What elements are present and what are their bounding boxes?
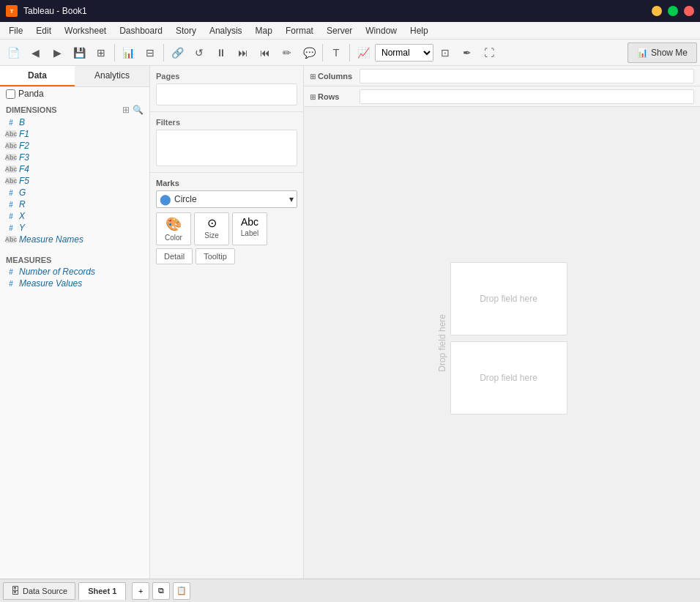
marks-type-label: Circle — [174, 194, 197, 204]
fit-button[interactable]: ⊡ — [435, 42, 455, 63]
tooltip-button[interactable]: Tooltip — [196, 248, 235, 264]
main-layout: Data Analytics Panda Dimensions ⊞ 🔍 # B … — [0, 66, 700, 579]
shelf-panel: Pages Filters Marks ⬤ Circle — [150, 66, 304, 579]
save-button[interactable]: 💾 — [69, 42, 89, 63]
detail-button[interactable]: Detail — [156, 248, 193, 264]
field-F3[interactable]: Abc F3 — [0, 152, 149, 163]
menu-window[interactable]: Window — [360, 24, 403, 37]
drop-text-bottom: Drop field here — [480, 373, 537, 383]
bottom-icons: + ⧉ 📋 — [132, 582, 190, 600]
chart-button[interactable]: 📈 — [353, 42, 373, 63]
columns-content[interactable] — [360, 69, 694, 83]
chevron-down-icon: ▾ — [289, 194, 294, 204]
field-X[interactable]: # X — [0, 210, 149, 222]
field-B[interactable]: # B — [0, 116, 149, 128]
duplicate-sheet-button[interactable]: ⧉ — [152, 582, 170, 600]
menu-bar: File Edit Worksheet Dashboard Story Anal… — [0, 22, 700, 40]
marks-type-dropdown[interactable]: ⬤ Circle ▾ — [156, 190, 297, 208]
marks-card: Marks ⬤ Circle ▾ 🎨 Color — [150, 173, 303, 270]
refresh-button[interactable]: ↺ — [189, 42, 209, 63]
label-button[interactable]: Abc Label — [232, 212, 267, 245]
sep3 — [322, 44, 323, 62]
hash-icon-R: # — [6, 201, 16, 208]
field-G[interactable]: # G — [0, 187, 149, 198]
pen-button[interactable]: ✒ — [457, 42, 477, 63]
rows-shelf: ⊞ Rows — [304, 86, 700, 107]
abc-icon-F3: Abc — [6, 154, 16, 161]
size-icon: ⊙ — [207, 216, 217, 230]
pause-button[interactable]: ⏸ — [211, 42, 231, 63]
menu-file[interactable]: File — [3, 24, 29, 37]
field-Y[interactable]: # Y — [0, 222, 149, 234]
minimize-button[interactable] — [652, 6, 662, 16]
tooltip-button[interactable]: 💬 — [299, 42, 319, 63]
show-me-button[interactable]: 📊 Show Me — [628, 42, 697, 63]
close-button[interactable] — [684, 6, 694, 16]
rows-label: ⊞ Rows — [310, 92, 354, 101]
menu-story[interactable]: Story — [170, 24, 202, 37]
app-icon: T — [6, 5, 18, 17]
grid-icon[interactable]: ⊞ — [122, 105, 130, 115]
search-icon[interactable]: 🔍 — [133, 105, 144, 115]
menu-analysis[interactable]: Analysis — [204, 24, 248, 37]
tab-data[interactable]: Data — [0, 66, 75, 86]
hash-icon-G: # — [6, 189, 16, 196]
toolbar: 📄 ◀ ▶ 💾 ⊞ 📊 ⊟ 🔗 ↺ ⏸ ⏭ ⏮ ✏ 💬 T 📈 Normal ⊡… — [0, 40, 700, 66]
add-button[interactable]: ⊞ — [91, 42, 111, 63]
data-source-label: Data Source — [23, 587, 67, 595]
field-F5[interactable]: Abc F5 — [0, 175, 149, 187]
prev-button[interactable]: ⏮ — [255, 42, 275, 63]
highlight-button[interactable]: ✏ — [277, 42, 297, 63]
tab-analytics[interactable]: Analytics — [75, 66, 149, 86]
back-button[interactable]: ◀ — [25, 42, 45, 63]
dimensions-label: Dimensions — [6, 105, 57, 114]
datasource-checkbox[interactable] — [6, 89, 15, 99]
data-source-tab[interactable]: 🗄 Data Source — [3, 582, 75, 600]
dimensions-header: Dimensions ⊞ 🔍 — [0, 100, 149, 116]
panel-tabs: Data Analytics — [0, 66, 149, 87]
size-button[interactable]: ⊙ Size — [194, 212, 229, 245]
drop-field-label: Drop field here — [437, 314, 447, 372]
drop-box-bottom[interactable]: Drop field here — [450, 341, 567, 415]
pages-section: Pages — [150, 66, 303, 112]
marks-buttons2: Detail Tooltip — [156, 248, 297, 264]
add-sheet-button[interactable]: + — [132, 582, 149, 600]
menu-edit[interactable]: Edit — [30, 24, 57, 37]
forward-button[interactable]: ▶ — [47, 42, 67, 63]
field-F2[interactable]: Abc F2 — [0, 140, 149, 152]
pages-label: Pages — [156, 72, 297, 81]
field-measure-names[interactable]: Abc Measure Names — [0, 234, 149, 245]
normal-dropdown[interactable]: Normal — [375, 44, 433, 62]
filters-shelf[interactable] — [156, 130, 297, 166]
menu-server[interactable]: Server — [321, 24, 358, 37]
menu-worksheet[interactable]: Worksheet — [59, 24, 112, 37]
fullscreen-button[interactable]: ⛶ — [479, 42, 499, 63]
color-button[interactable]: 🎨 Color — [156, 212, 191, 245]
field-F4[interactable]: Abc F4 — [0, 163, 149, 175]
view-button[interactable]: 📊 — [118, 42, 138, 63]
sheet1-tab[interactable]: Sheet 1 — [78, 582, 126, 600]
right-content: Pages Filters Marks ⬤ Circle — [150, 66, 700, 579]
menu-format[interactable]: Format — [280, 24, 319, 37]
pages-shelf[interactable] — [156, 83, 297, 105]
field-R[interactable]: # R — [0, 198, 149, 210]
table-button[interactable]: ⊟ — [140, 42, 160, 63]
abc-icon-measure-names: Abc — [6, 236, 16, 243]
text-button[interactable]: T — [326, 42, 346, 63]
menu-help[interactable]: Help — [404, 24, 434, 37]
step-button[interactable]: ⏭ — [233, 42, 253, 63]
new-button[interactable]: 📄 — [3, 42, 23, 63]
maximize-button[interactable] — [668, 6, 678, 16]
rows-content[interactable] — [360, 89, 694, 104]
datasource-row: Panda — [0, 87, 149, 100]
marks-buttons: 🎨 Color ⊙ Size Abc Label — [156, 212, 297, 245]
menu-map[interactable]: Map — [250, 24, 278, 37]
field-F1[interactable]: Abc F1 — [0, 128, 149, 140]
menu-dashboard[interactable]: Dashboard — [113, 24, 168, 37]
field-number-of-records[interactable]: # Number of Records — [0, 266, 149, 278]
title-bar-title: Tableau - Book1 — [23, 6, 87, 16]
drop-box-top[interactable]: Drop field here — [450, 262, 567, 335]
field-measure-values[interactable]: # Measure Values — [0, 278, 149, 289]
view-sheet-button[interactable]: 📋 — [173, 582, 190, 600]
connect-button[interactable]: 🔗 — [167, 42, 187, 63]
